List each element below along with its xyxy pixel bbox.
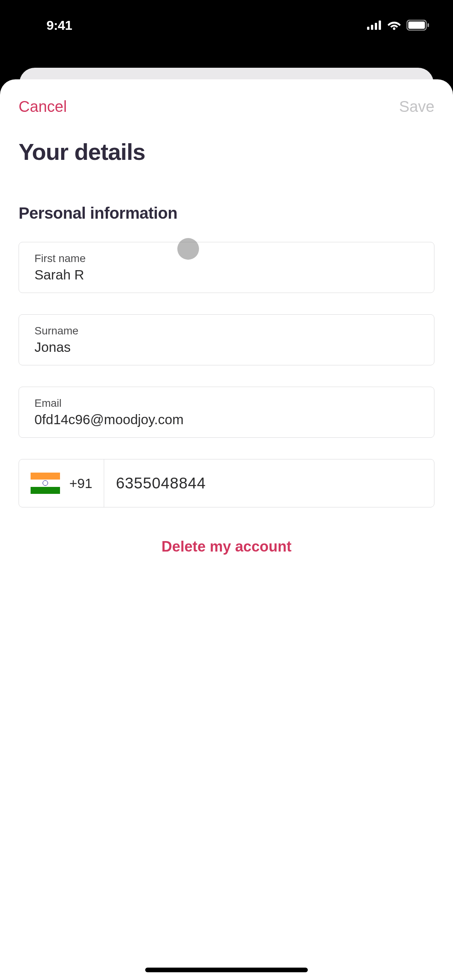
india-flag-icon [31,473,60,494]
phone-number-input[interactable] [104,459,434,507]
country-code-selector[interactable]: +91 [19,459,104,507]
email-label: Email [34,397,419,409]
cancel-button[interactable]: Cancel [19,98,67,115]
status-bar: 9:41 [0,0,453,50]
email-input[interactable] [34,412,419,427]
cellular-signal-icon [367,21,382,30]
svg-rect-0 [367,27,369,30]
svg-point-4 [393,27,395,30]
delete-account-button[interactable]: Delete my account [19,538,434,555]
status-indicators [367,20,430,31]
save-button[interactable]: Save [399,98,434,115]
wifi-icon [387,20,401,30]
svg-rect-2 [375,23,377,30]
modal-sheet: Cancel Save Your details Personal inform… [0,79,453,980]
surname-field[interactable]: Surname [19,314,434,365]
svg-rect-3 [379,21,381,30]
svg-rect-7 [427,23,429,27]
page-title: Your details [19,139,434,165]
first-name-field[interactable]: First name [19,242,434,293]
status-time: 9:41 [46,18,72,33]
modal-header: Cancel Save [19,98,434,115]
surname-input[interactable] [34,339,419,355]
first-name-input[interactable] [34,267,419,283]
email-field[interactable]: Email [19,387,434,438]
section-personal-info-title: Personal information [19,204,434,223]
svg-rect-6 [408,22,425,29]
svg-rect-1 [371,25,373,30]
first-name-label: First name [34,252,419,265]
touch-indicator-icon [177,238,199,260]
country-code-label: +91 [69,476,92,491]
home-indicator[interactable] [145,968,308,972]
phone-field: +91 [19,459,434,507]
surname-label: Surname [34,325,419,337]
battery-icon [407,20,430,31]
